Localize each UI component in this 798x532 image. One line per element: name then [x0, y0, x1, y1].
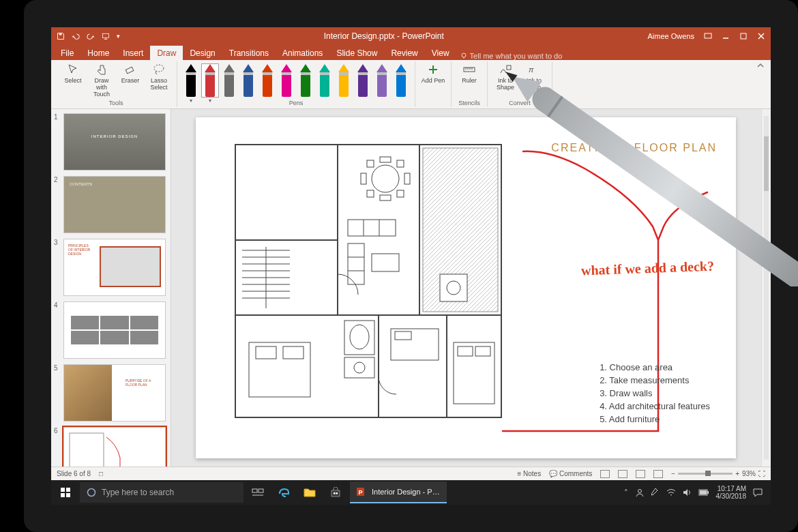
- ink-to-shape-button[interactable]: Ink to Shape: [493, 63, 518, 91]
- step-item: 5. Add furniture: [600, 413, 710, 426]
- draw-touch-button[interactable]: Draw with Touch: [89, 63, 114, 98]
- action-center-icon[interactable]: [753, 488, 763, 497]
- ribbon-display-icon[interactable]: [704, 32, 712, 40]
- pen-settings-icon[interactable]: [651, 488, 660, 497]
- ink-shape-icon: [499, 63, 512, 76]
- svg-rect-12: [70, 433, 104, 467]
- pen-color[interactable]: [297, 64, 314, 97]
- tab-draw[interactable]: Draw: [150, 46, 183, 60]
- slide-thumbnail-pane[interactable]: 1INTERIOR DESIGN2CONTENTS3PRINCIPLES OF …: [51, 109, 171, 467]
- reading-view-icon[interactable]: [636, 470, 645, 478]
- sorter-view-icon[interactable]: [618, 470, 627, 478]
- svg-rect-37: [397, 190, 404, 197]
- tab-home[interactable]: Home: [80, 46, 116, 60]
- pen-color[interactable]: ▾: [202, 64, 218, 97]
- group-tools-label: Tools: [108, 100, 123, 106]
- people-icon[interactable]: [635, 488, 645, 497]
- slide-counter[interactable]: Slide 6 of 8: [57, 470, 91, 477]
- svg-rect-7: [125, 67, 134, 74]
- comments-button[interactable]: 💬 Comments: [549, 470, 592, 477]
- normal-view-icon[interactable]: [600, 470, 610, 478]
- zoom-out-icon[interactable]: −: [671, 470, 675, 477]
- add-pen-button[interactable]: Add Pen: [421, 63, 445, 84]
- pen-color[interactable]: [336, 64, 352, 97]
- current-slide[interactable]: CREATING A FLOOR PLAN: [196, 117, 736, 458]
- svg-rect-4: [741, 33, 746, 39]
- svg-rect-57: [458, 346, 473, 356]
- taskbar-clock[interactable]: 10:17 AM 4/30/2018: [716, 485, 747, 500]
- vertical-scrollbar[interactable]: [761, 109, 771, 467]
- pen-color[interactable]: [278, 64, 295, 97]
- collapse-ribbon-icon[interactable]: [754, 61, 767, 107]
- tell-me-search[interactable]: Tell me what you want to do: [460, 52, 563, 60]
- svg-rect-55: [283, 346, 304, 359]
- svg-rect-75: [700, 490, 707, 494]
- tab-animations[interactable]: Animations: [276, 46, 329, 60]
- eraser-button[interactable]: Eraser: [118, 63, 143, 84]
- save-icon[interactable]: [57, 32, 65, 40]
- minimize-icon[interactable]: [722, 32, 730, 40]
- zoom-value[interactable]: 93%: [742, 470, 756, 477]
- close-icon[interactable]: [757, 32, 765, 40]
- pen-color[interactable]: [240, 64, 256, 97]
- notes-button[interactable]: ≡ Notes: [517, 470, 541, 477]
- pen-color[interactable]: [393, 64, 409, 97]
- slide-thumbnail[interactable]: 4: [54, 301, 166, 359]
- start-slideshow-icon[interactable]: [102, 32, 110, 40]
- powerpoint-taskbar-button[interactable]: P Interior Design - P…: [350, 482, 447, 503]
- tab-file[interactable]: File: [54, 46, 80, 60]
- svg-rect-63: [61, 493, 65, 497]
- pen-color[interactable]: ▾: [183, 64, 199, 97]
- zoom-control[interactable]: − + 93% ⛶: [671, 470, 765, 477]
- ruler-button[interactable]: Ruler: [457, 63, 482, 84]
- slide-steps-list[interactable]: 1. Choose an area 2. Take measurements 3…: [600, 361, 710, 426]
- user-name[interactable]: Aimee Owens: [648, 32, 694, 40]
- wifi-icon[interactable]: [666, 488, 676, 497]
- svg-rect-32: [361, 173, 366, 184]
- volume-icon[interactable]: [683, 488, 692, 497]
- tab-view[interactable]: View: [425, 46, 456, 60]
- slide-thumbnail[interactable]: 2CONTENTS: [54, 176, 166, 233]
- tab-review[interactable]: Review: [384, 46, 424, 60]
- svg-point-29: [372, 165, 399, 192]
- status-lang[interactable]: □: [99, 470, 103, 477]
- store-icon[interactable]: [324, 482, 347, 503]
- zoom-slider[interactable]: [678, 473, 733, 475]
- taskbar-search[interactable]: Type here to search: [80, 482, 243, 503]
- maximize-icon[interactable]: [739, 32, 748, 40]
- slide-thumbnail[interactable]: 5PURPOSE OF A FLOOR PLAN: [54, 364, 166, 422]
- slide-thumbnail[interactable]: 3PRINCIPLES OF INTERIOR DESIGN: [54, 239, 166, 296]
- pen-color[interactable]: [316, 64, 333, 97]
- svg-rect-62: [66, 488, 70, 492]
- tab-design[interactable]: Design: [183, 46, 222, 60]
- redo-icon[interactable]: [87, 32, 95, 40]
- taskbar-app-label: Interior Design - P…: [372, 488, 440, 496]
- ink-math-icon: π: [527, 63, 541, 76]
- slide-thumbnail[interactable]: 6: [54, 427, 166, 467]
- pen-color[interactable]: [221, 64, 237, 97]
- zoom-in-icon[interactable]: +: [735, 470, 739, 477]
- slideshow-view-icon[interactable]: [653, 470, 663, 478]
- edge-icon[interactable]: [272, 482, 295, 503]
- svg-rect-70: [336, 492, 338, 494]
- step-item: 4. Add architectural features: [600, 400, 710, 413]
- tab-transitions[interactable]: Transitions: [222, 46, 276, 60]
- pen-color[interactable]: [259, 64, 276, 97]
- fit-to-window-icon[interactable]: ⛶: [758, 470, 765, 477]
- step-item: 1. Choose an area: [600, 361, 710, 374]
- pen-color[interactable]: [355, 64, 371, 97]
- tray-up-icon[interactable]: ˄: [624, 488, 628, 497]
- undo-icon[interactable]: [72, 32, 80, 40]
- slide-thumbnail[interactable]: 1INTERIOR DESIGN: [54, 113, 166, 171]
- start-button[interactable]: [54, 482, 77, 503]
- ink-to-math-button[interactable]: π Ink to Math: [522, 63, 546, 91]
- slide-canvas[interactable]: CREATING A FLOOR PLAN: [171, 109, 771, 467]
- pen-color[interactable]: [374, 64, 390, 97]
- battery-icon[interactable]: [698, 489, 709, 496]
- tab-insert[interactable]: Insert: [116, 46, 150, 60]
- file-explorer-icon[interactable]: [298, 482, 321, 503]
- select-button[interactable]: Select: [61, 63, 85, 84]
- tab-slideshow[interactable]: Slide Show: [329, 46, 384, 60]
- task-view-icon[interactable]: [246, 482, 269, 503]
- lasso-select-button[interactable]: Lasso Select: [147, 63, 171, 91]
